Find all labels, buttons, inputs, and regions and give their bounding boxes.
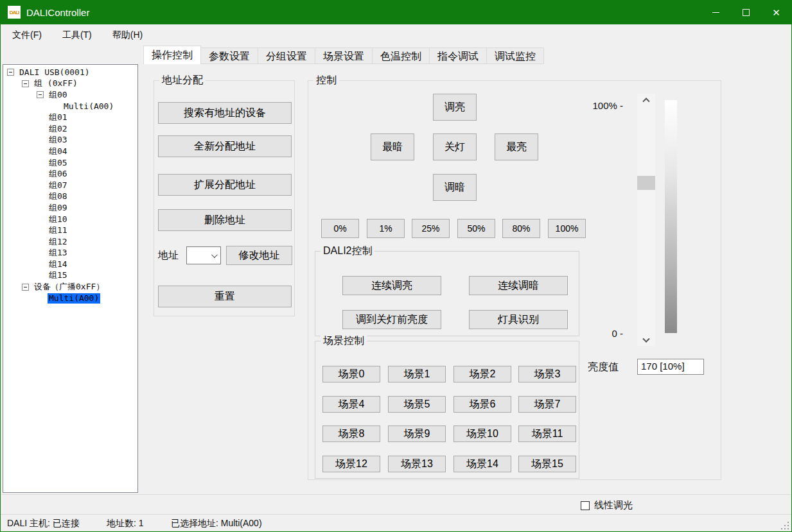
percent-0-button[interactable]: 0% (321, 219, 359, 238)
scene-0-button[interactable]: 场景0 (322, 366, 380, 382)
tree-item[interactable]: 组03 (3, 135, 137, 146)
tree-item[interactable]: 组12 (3, 236, 137, 248)
modify-address-button[interactable]: 修改地址 (226, 246, 292, 265)
scene-9-button[interactable]: 场景9 (388, 425, 446, 442)
scroll-down-icon (642, 335, 649, 342)
continuous-brighten-button[interactable]: 连续调亮 (342, 276, 441, 295)
scene-1-button[interactable]: 场景1 (388, 366, 446, 382)
tab-color-temp-control[interactable]: 色温控制 (373, 47, 430, 64)
dali2-group-title: DALI2控制 (321, 245, 374, 257)
collapse-icon[interactable] (37, 91, 44, 98)
percent-50-button[interactable]: 50% (457, 219, 495, 238)
tree-item[interactable]: 组14 (3, 259, 137, 270)
tree-item[interactable]: 组05 (3, 157, 137, 169)
tree-item[interactable]: 组13 (3, 248, 137, 259)
tree-item[interactable]: 组10 (3, 214, 137, 225)
tree-item[interactable]: 组04 (3, 146, 137, 157)
tab-parameter-settings[interactable]: 参数设置 (201, 47, 258, 64)
scene-11-button[interactable]: 场景11 (518, 425, 576, 442)
scene-7-button[interactable]: 场景7 (518, 396, 576, 413)
maximize-button[interactable] (731, 0, 761, 24)
tree-item[interactable]: 组02 (3, 123, 137, 135)
collapse-icon[interactable] (7, 69, 14, 76)
footer-divider (1, 494, 791, 495)
brightest-button[interactable]: 最亮 (495, 133, 538, 160)
darken-button[interactable]: 调暗 (433, 174, 477, 201)
tab-scene-settings[interactable]: 场景设置 (315, 47, 373, 64)
menu-help[interactable]: 帮助(H) (103, 26, 152, 45)
scene-15-button[interactable]: 场景15 (518, 456, 576, 472)
tree-item[interactable]: 组09 (3, 202, 137, 214)
luminaire-identify-button[interactable]: 灯具识别 (469, 310, 568, 329)
scene-14-button[interactable]: 场景14 (453, 456, 511, 472)
close-button[interactable]: ✕ (761, 0, 791, 24)
percent-1-button[interactable]: 1% (367, 219, 405, 238)
scene-12-button[interactable]: 场景12 (322, 456, 380, 472)
tab-operation-control[interactable]: 操作控制 (143, 46, 201, 64)
status-bar: DALI 主机: 已连接 地址数: 1 已选择地址: Multi(A00) (1, 514, 791, 532)
control-group: 控制 调亮 最暗 关灯 最亮 调暗 0% 1% 25% 50% 80% 100%… (308, 80, 721, 480)
lamp-off-button[interactable]: 关灯 (433, 133, 477, 160)
tree-item[interactable]: 组11 (3, 225, 137, 236)
delete-address-button[interactable]: 删除地址 (158, 209, 292, 231)
scene-3-button[interactable]: 场景3 (518, 366, 576, 382)
address-assignment-group: 地址分配 搜索有地址的设备 全新分配地址 扩展分配地址 删除地址 地址 修改地址… (154, 80, 295, 316)
address-label: 地址 (158, 249, 179, 262)
address-combobox[interactable] (186, 246, 221, 264)
tab-debug-monitor[interactable]: 调试监控 (487, 47, 544, 64)
scroll-up-button[interactable] (637, 94, 655, 105)
tree-item[interactable]: Multi(A00) (3, 101, 137, 112)
linear-dimming-checkbox[interactable] (581, 501, 590, 510)
continuous-darken-button[interactable]: 连续调暗 (469, 276, 568, 295)
brightness-scrollbar[interactable] (637, 94, 655, 346)
device-tree: DALI USB(0001) 组 (0xFF) 组00 Multi(A00) 组… (3, 64, 138, 493)
darkest-button[interactable]: 最暗 (371, 133, 414, 160)
menu-tools[interactable]: 工具(T) (53, 26, 101, 45)
assign-new-address-button[interactable]: 全新分配地址 (158, 135, 292, 157)
scene-5-button[interactable]: 场景5 (388, 396, 446, 413)
control-group-title: 控制 (313, 74, 339, 87)
scene-group-title: 场景控制 (321, 334, 367, 347)
collapse-icon[interactable] (22, 80, 29, 87)
tab-group-settings[interactable]: 分组设置 (258, 47, 315, 64)
minimize-button[interactable] (701, 0, 731, 24)
tree-item[interactable]: 组07 (3, 180, 137, 191)
tree-item[interactable]: 设备（广播0xFF） (3, 281, 137, 293)
brightness-value-field[interactable]: 170 [10%] (637, 359, 704, 375)
brightness-value-label: 亮度值 (588, 361, 619, 374)
scene-2-button[interactable]: 场景2 (453, 366, 511, 382)
scroll-up-icon (642, 98, 649, 105)
scene-4-button[interactable]: 场景4 (322, 396, 380, 413)
collapse-icon[interactable] (22, 284, 29, 291)
percent-80-button[interactable]: 80% (502, 219, 540, 238)
search-addressed-devices-button[interactable]: 搜索有地址的设备 (158, 102, 292, 124)
menu-file[interactable]: 文件(F) (3, 26, 51, 45)
linear-dimming-option[interactable]: 线性调光 (581, 499, 633, 511)
percent-25-button[interactable]: 25% (412, 219, 450, 238)
scrollbar-thumb[interactable] (637, 176, 655, 190)
menu-bar: 文件(F) 工具(T) 帮助(H) (1, 24, 791, 46)
close-icon: ✕ (772, 8, 780, 17)
scene-10-button[interactable]: 场景10 (453, 425, 511, 442)
scene-13-button[interactable]: 场景13 (388, 456, 446, 472)
tab-bar: 操作控制 参数设置 分组设置 场景设置 色温控制 指令调试 调试监控 (143, 46, 544, 64)
tree-item[interactable]: 组15 (3, 270, 137, 282)
scene-6-button[interactable]: 场景6 (453, 396, 511, 413)
tree-item[interactable]: DALI USB(0001) (3, 67, 137, 78)
tree-item[interactable]: 组00 (3, 89, 137, 101)
tree-item[interactable]: 组 (0xFF) (3, 78, 137, 90)
scene-8-button[interactable]: 场景8 (322, 425, 380, 442)
restore-pre-off-level-button[interactable]: 调到关灯前亮度 (342, 310, 441, 329)
brighten-button[interactable]: 调亮 (433, 94, 477, 121)
tree-item-selected[interactable]: Multi(A00) (3, 293, 137, 304)
percent-100-button[interactable]: 100% (548, 219, 586, 238)
scroll-down-button[interactable] (637, 335, 655, 346)
resize-grip[interactable] (781, 522, 789, 529)
maximize-icon (743, 9, 750, 16)
reset-button[interactable]: 重置 (158, 286, 292, 307)
tree-item[interactable]: 组08 (3, 191, 137, 203)
tab-command-debug[interactable]: 指令调试 (430, 47, 487, 64)
extend-assign-address-button[interactable]: 扩展分配地址 (158, 174, 292, 196)
tree-item[interactable]: 组01 (3, 112, 137, 123)
tree-item[interactable]: 组06 (3, 168, 137, 180)
